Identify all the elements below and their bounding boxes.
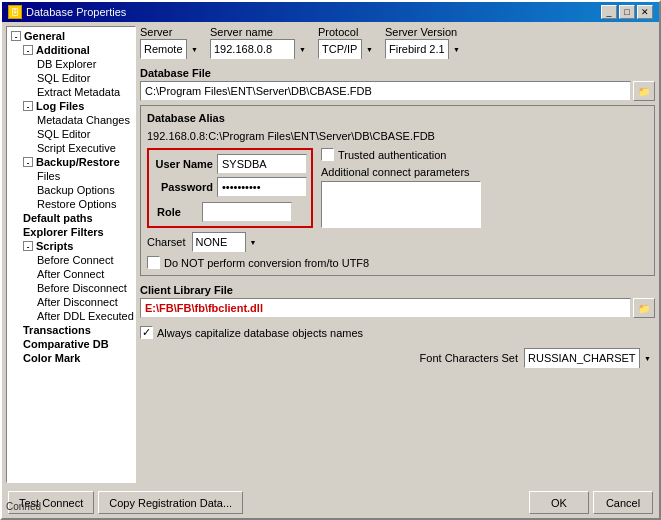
protocol-select[interactable]: TCP/IP (318, 39, 377, 59)
tree-item-after-ddl[interactable]: After DDL Executed (9, 309, 133, 323)
tree-item-sql-editor2[interactable]: SQL Editor (9, 127, 133, 141)
credentials-box: User Name Password Role (147, 148, 313, 228)
additional-connect-box[interactable] (321, 181, 481, 228)
minimize-button[interactable]: _ (601, 5, 617, 19)
window-title: Database Properties (26, 6, 126, 18)
charset-select-wrapper: NONE UTF8 WIN1251 ▼ (192, 232, 261, 252)
client-library-section: Client Library File 📁 (140, 284, 655, 318)
window-content: - General - Additional DB Explorer SQL E… (2, 22, 659, 487)
expand-icon-log-files: - (23, 101, 33, 111)
window-icon: 🗄 (8, 5, 22, 19)
font-select[interactable]: RUSSIAN_CHARSET DEFAULT_CHARSET (524, 348, 655, 368)
database-file-label: Database File (140, 67, 655, 79)
credentials-area: User Name Password Role (147, 148, 648, 228)
server-select[interactable]: Remote Local (140, 39, 202, 59)
server-select-wrapper: Remote Local ▼ (140, 39, 202, 59)
maximize-button[interactable]: □ (619, 5, 635, 19)
browse-icon: 📁 (638, 86, 650, 97)
password-label: Password (153, 181, 213, 193)
client-library-input[interactable] (140, 298, 631, 318)
password-input[interactable] (217, 177, 307, 197)
checkmark: ✓ (142, 326, 151, 339)
tree-item-after-disconnect[interactable]: After Disconnect (9, 295, 133, 309)
trusted-auth-label: Trusted authentication (338, 149, 446, 161)
tree-item-restore-options[interactable]: Restore Options (9, 197, 133, 211)
tree-item-comparative-db[interactable]: Comparative DB (9, 337, 133, 351)
server-label: Server (140, 26, 202, 38)
tree-item-transactions[interactable]: Transactions (9, 323, 133, 337)
client-library-row: 📁 (140, 298, 655, 318)
cancel-button[interactable]: Cancel (593, 491, 653, 514)
tree-item-sql-editor1[interactable]: SQL Editor (9, 71, 133, 85)
server-field-group: Server Remote Local ▼ (140, 26, 202, 59)
tree-item-files[interactable]: Files (9, 169, 133, 183)
tree-item-after-connect[interactable]: After Connect (9, 267, 133, 281)
server-name-select[interactable]: 192.168.0.8 (210, 39, 310, 59)
tree-item-backup-restore[interactable]: - Backup/Restore (9, 155, 133, 169)
role-label: Role (157, 206, 181, 218)
expand-icon-general: - (11, 31, 21, 41)
close-button[interactable]: ✕ (637, 5, 653, 19)
tree-item-general[interactable]: - General (9, 29, 133, 43)
tree-item-db-explorer[interactable]: DB Explorer (9, 57, 133, 71)
tree-item-script-executive[interactable]: Script Executive (9, 141, 133, 155)
database-file-browse-button[interactable]: 📁 (633, 81, 655, 101)
tree-panel[interactable]: - General - Additional DB Explorer SQL E… (6, 26, 136, 483)
title-bar-left: 🗄 Database Properties (8, 5, 126, 19)
ok-button[interactable]: OK (529, 491, 589, 514)
tree-item-before-disconnect[interactable]: Before Disconnect (9, 281, 133, 295)
expand-icon-scripts: - (23, 241, 33, 251)
title-bar: 🗄 Database Properties _ □ ✕ (2, 2, 659, 22)
bottom-bar: Test Connect Copy Registration Data... C… (2, 487, 659, 518)
server-name-field-group: Server name 192.168.0.8 ▼ (210, 26, 310, 59)
capitalize-checkbox[interactable]: ✓ (140, 326, 153, 339)
tree-item-default-paths[interactable]: Default paths (9, 211, 133, 225)
database-file-section: Database File 📁 (140, 67, 655, 101)
client-library-browse-button[interactable]: 📁 (633, 298, 655, 318)
alias-value: 192.168.0.8:C:\Program Files\ENT\Server\… (147, 128, 648, 144)
server-version-field-group: Server Version Firebird 2.1 ▼ (385, 26, 464, 59)
bottom-left: Test Connect Copy Registration Data... (8, 491, 243, 514)
utf8-conversion-checkbox[interactable] (147, 256, 160, 269)
role-input[interactable] (202, 202, 292, 222)
tree-item-extract-metadata[interactable]: Extract Metadata (9, 85, 133, 99)
server-name-select-wrapper: 192.168.0.8 ▼ (210, 39, 310, 59)
tree-item-scripts[interactable]: - Scripts (9, 239, 133, 253)
server-row: Server Remote Local ▼ Server name 192.16… (140, 26, 655, 59)
database-file-row: 📁 (140, 81, 655, 101)
server-name-label: Server name (210, 26, 310, 38)
font-select-wrapper: RUSSIAN_CHARSET DEFAULT_CHARSET ▼ (524, 348, 655, 368)
utf8-check-row: Do NOT perform conversion from/to UTF8 (147, 256, 648, 269)
trusted-auth-row: Trusted authentication (321, 148, 481, 161)
database-file-input[interactable] (140, 81, 631, 101)
tree-item-metadata-changes[interactable]: Metadata Changes (9, 113, 133, 127)
tree-item-color-mark[interactable]: Color Mark (9, 351, 133, 365)
server-version-label: Server Version (385, 26, 464, 38)
content-panel: Server Remote Local ▼ Server name 192.16… (140, 26, 655, 483)
additional-connect-label: Additional connect parameters (321, 166, 481, 178)
utf8-conversion-label: Do NOT perform conversion from/to UTF8 (164, 257, 369, 269)
tree-item-log-files[interactable]: - Log Files (9, 99, 133, 113)
credentials-right: Trusted authentication Additional connec… (321, 148, 481, 228)
protocol-field-group: Protocol TCP/IP ▼ (318, 26, 377, 59)
protocol-label: Protocol (318, 26, 377, 38)
title-bar-buttons: _ □ ✕ (601, 5, 653, 19)
connected-label: Conned (6, 501, 41, 512)
tree-item-before-connect[interactable]: Before Connect (9, 253, 133, 267)
server-version-select-wrapper: Firebird 2.1 ▼ (385, 39, 464, 59)
trusted-auth-checkbox[interactable] (321, 148, 334, 161)
tree-item-additional[interactable]: - Additional (9, 43, 133, 57)
tree-item-backup-options[interactable]: Backup Options (9, 183, 133, 197)
charset-row: Charset NONE UTF8 WIN1251 ▼ (147, 232, 648, 252)
tree-item-explorer-filters[interactable]: Explorer Filters (9, 225, 133, 239)
username-label: User Name (153, 158, 213, 170)
password-row: Password (153, 177, 307, 197)
alias-label: Database Alias (147, 112, 648, 124)
charset-select[interactable]: NONE UTF8 WIN1251 (192, 232, 261, 252)
username-input[interactable] (217, 154, 307, 174)
copy-registration-button[interactable]: Copy Registration Data... (98, 491, 243, 514)
browse-icon-2: 📁 (638, 303, 650, 314)
server-version-select[interactable]: Firebird 2.1 (385, 39, 464, 59)
role-row: Role (153, 202, 307, 222)
client-library-label: Client Library File (140, 284, 655, 296)
